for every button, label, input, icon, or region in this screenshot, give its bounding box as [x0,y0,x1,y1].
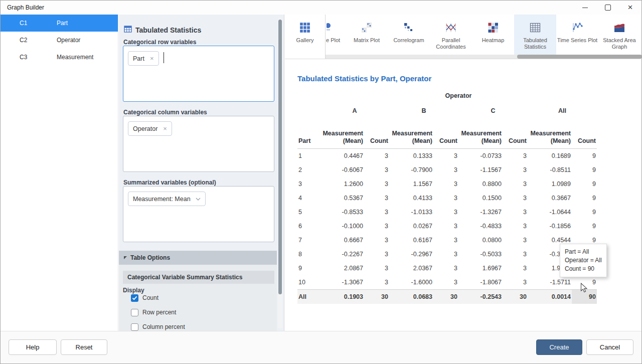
table-cell[interactable]: 1.6967 [458,261,503,275]
maximize-button[interactable] [596,1,619,15]
table-cell[interactable]: 2.0867 [320,261,364,275]
table-cell[interactable]: 9 [572,219,597,233]
table-cell[interactable]: 0.3667 [528,191,572,205]
table-cell[interactable]: 3 [364,233,389,247]
cancel-button[interactable]: Cancel [586,339,633,355]
gallery-item-correlogram[interactable]: Correlogram [388,15,430,55]
table-cell[interactable]: 30 [503,290,528,304]
table-cell[interactable]: -0.2967 [389,247,433,261]
table-cell[interactable]: 0.0683 [389,290,433,304]
gallery-item-stacked-area-graph[interactable]: Stacked Area Graph [598,15,640,55]
sidebar-column-part[interactable]: C1Part [1,15,118,32]
table-cell[interactable]: 3 [364,205,389,219]
table-cell[interactable]: 3 [503,149,528,163]
table-cell[interactable]: 0.1903 [320,290,364,304]
table-cell[interactable]: -1.0133 [389,205,433,219]
table-cell[interactable]: -0.1000 [320,219,364,233]
table-cell[interactable]: -0.7900 [389,163,433,177]
table-cell[interactable]: -0.8511 [528,163,572,177]
table-cell[interactable]: -1.5711 [528,275,572,290]
chevron-down-icon[interactable] [196,198,201,201]
reset-button[interactable]: Reset [61,339,107,355]
help-button[interactable]: Help [9,339,57,355]
table-cell[interactable]: 3 [433,191,458,205]
gallery-item-time-series-plot[interactable]: Time Series Plot [556,15,598,55]
table-cell[interactable]: 0.1333 [389,149,433,163]
gallery-item-matrix-plot[interactable]: Matrix Plot [346,15,388,55]
sidebar-column-operator[interactable]: C2Operator [1,32,118,49]
gallery-item-gallery[interactable]: Gallery [285,15,326,59]
table-cell[interactable]: 3 [503,205,528,219]
table-cell[interactable]: -0.4833 [458,219,503,233]
gallery-item-e-plot[interactable]: e Plot [326,15,346,55]
table-cell[interactable]: 0.6167 [389,233,433,247]
table-cell[interactable]: -1.3267 [458,205,503,219]
table-cell[interactable]: -0.5033 [458,247,503,261]
gallery-scrollbar-thumb[interactable] [517,55,642,59]
table-cell[interactable]: -1.6000 [389,275,433,290]
table-cell[interactable]: 2.0367 [389,261,433,275]
table-cell[interactable]: 0.8800 [458,177,503,191]
table-cell[interactable]: 3 [364,191,389,205]
table-cell[interactable]: -0.2543 [458,290,503,304]
table-cell[interactable]: 0.0267 [389,219,433,233]
table-cell[interactable]: 30 [364,290,389,304]
table-cell[interactable]: -0.2267 [320,247,364,261]
table-cell[interactable]: 0.5367 [320,191,364,205]
table-cell[interactable]: 3 [364,275,389,290]
table-cell[interactable]: 3 [364,149,389,163]
table-cell[interactable]: 3 [433,247,458,261]
table-cell[interactable]: 3 [364,177,389,191]
remove-chip-icon[interactable]: × [163,125,167,132]
table-cell[interactable]: 3 [503,233,528,247]
table-cell[interactable]: 3 [433,233,458,247]
row-variables-box[interactable]: Part× [123,46,274,102]
table-cell[interactable]: 0.1500 [458,191,503,205]
variable-chip-part[interactable]: Part× [128,51,159,66]
checked-checkbox-icon[interactable] [131,294,138,302]
table-cell[interactable]: 3 [503,177,528,191]
variable-chip-operator[interactable]: Operator× [128,121,172,136]
table-cell[interactable]: 0.6667 [320,233,364,247]
table-cell[interactable]: 0.0014 [528,290,572,304]
table-cell[interactable]: 3 [433,261,458,275]
column-variables-box[interactable]: Operator× [123,116,274,172]
table-cell[interactable]: 9 [572,205,597,219]
table-cell[interactable]: 3 [503,247,528,261]
table-cell[interactable]: -0.8533 [320,205,364,219]
table-cell[interactable]: 3 [364,247,389,261]
table-cell[interactable]: 3 [433,177,458,191]
table-cell[interactable]: -1.3067 [320,275,364,290]
gallery-scrollbar[interactable] [326,55,641,59]
table-cell[interactable]: 3 [433,163,458,177]
panel-scrollbar-thumb[interactable] [278,20,282,294]
table-cell[interactable]: 0.4467 [320,149,364,163]
checkbox-column-percent[interactable]: Column percent [131,323,274,331]
summarized-variables-box[interactable]: Measurement: Mean [123,186,274,242]
unchecked-checkbox-icon[interactable] [131,309,138,316]
table-cell[interactable]: 30 [433,290,458,304]
table-cell[interactable]: 9 [572,191,597,205]
table-cell[interactable]: 3 [433,205,458,219]
table-cell[interactable]: 3 [503,219,528,233]
table-cell[interactable]: 3 [503,191,528,205]
table-cell[interactable]: 1.0989 [528,177,572,191]
table-cell[interactable]: 0.4133 [389,191,433,205]
minimize-button[interactable] [574,1,596,15]
panel-scrollbar[interactable] [278,18,282,328]
table-cell[interactable]: 3 [503,261,528,275]
create-button[interactable]: Create [536,339,582,355]
table-cell[interactable]: 3 [364,163,389,177]
checkbox-count[interactable]: Count [131,294,274,302]
table-cell[interactable]: 0.1689 [528,149,572,163]
checkbox-row-percent[interactable]: Row percent [131,308,274,316]
table-cell[interactable]: 3 [433,219,458,233]
table-cell[interactable]: 3 [364,219,389,233]
gallery-item-heatmap[interactable]: Heatmap [472,15,514,55]
gallery-item-parallel-coordinates[interactable]: Parallel Coordinates [430,15,472,55]
table-cell[interactable]: -1.8067 [458,275,503,290]
table-cell[interactable]: -1.1567 [458,163,503,177]
variable-chip-measurement-mean[interactable]: Measurement: Mean [128,192,206,206]
close-button[interactable]: × [619,1,641,15]
table-cell[interactable]: -1.0644 [528,205,572,219]
